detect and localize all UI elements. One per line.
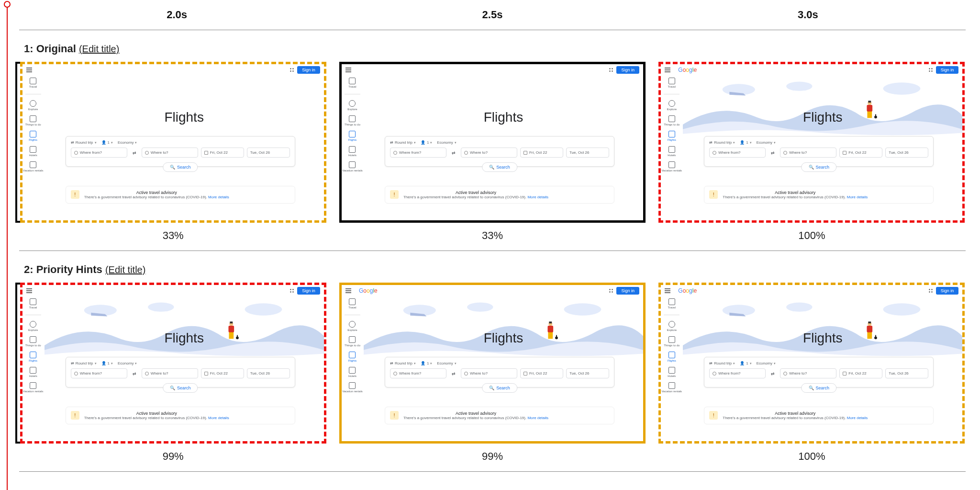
date-return[interactable]: Tue, Oct 26 <box>566 148 609 158</box>
sidebar-item-hotels[interactable]: Hotels <box>661 146 682 157</box>
cabin-select[interactable]: Economy <box>437 140 456 145</box>
edit-title-link[interactable]: (Edit title) <box>79 44 119 54</box>
sidebar-item-hotels[interactable]: Hotels <box>342 146 363 157</box>
menu-icon[interactable] <box>345 288 351 293</box>
search-button[interactable]: 🔍 Search <box>163 162 198 172</box>
pax-select[interactable]: 👤 1 <box>740 361 751 365</box>
sidebar-item-explore[interactable]: Explore <box>661 100 682 111</box>
filmstrip-frame[interactable]: Google Sign in Travel Explore Things to … <box>339 62 646 223</box>
date-depart[interactable]: Fri, Oct 22 <box>520 368 563 378</box>
cabin-select[interactable]: Economy <box>757 140 776 145</box>
filmstrip-frame[interactable]: Google Sign in Travel Explore Things to … <box>20 62 326 223</box>
cabin-select[interactable]: Economy <box>437 361 456 365</box>
cabin-select[interactable]: Economy <box>757 361 776 365</box>
sidebar-item-flights[interactable]: Flights <box>342 352 363 362</box>
trip-type-select[interactable]: ⇄ Round trip <box>71 361 97 365</box>
swap-icon[interactable]: ⇄ <box>130 368 139 378</box>
trip-type-select[interactable]: ⇄ Round trip <box>709 361 735 365</box>
from-input[interactable]: Where from? <box>709 368 766 378</box>
sidebar-item-flights[interactable]: Flights <box>342 131 363 141</box>
apps-icon[interactable] <box>290 68 294 72</box>
menu-icon[interactable] <box>345 68 351 72</box>
sidebar-item-explore[interactable]: Explore <box>342 100 363 111</box>
sidebar-item-things[interactable]: Things to do <box>661 336 682 347</box>
sidebar-item-flights[interactable]: Flights <box>661 352 682 362</box>
sidebar-item-hotels[interactable]: Hotels <box>22 367 44 377</box>
apps-icon[interactable] <box>928 68 933 72</box>
sidebar-item-hotels[interactable]: Hotels <box>342 367 363 377</box>
sidebar-item-flights[interactable]: Flights <box>22 352 44 362</box>
edit-title-link[interactable]: (Edit title) <box>105 264 145 275</box>
signin-button[interactable]: Sign in <box>297 287 320 295</box>
menu-icon[interactable] <box>26 288 32 293</box>
menu-icon[interactable] <box>665 68 670 72</box>
sidebar-item-travel[interactable]: Travel <box>22 78 44 88</box>
to-input[interactable]: Where to? <box>461 368 517 378</box>
sidebar-item-flights[interactable]: Flights <box>22 131 44 141</box>
menu-icon[interactable] <box>26 68 32 72</box>
signin-button[interactable]: Sign in <box>936 287 959 295</box>
sidebar-item-rentals[interactable]: Vacation rentals <box>22 161 44 172</box>
swap-icon[interactable]: ⇄ <box>130 148 139 158</box>
search-button[interactable]: 🔍 Search <box>802 383 837 393</box>
trip-type-select[interactable]: ⇄ Round trip <box>71 140 97 145</box>
from-input[interactable]: Where from? <box>709 148 766 158</box>
sidebar-item-travel[interactable]: Travel <box>22 298 44 309</box>
advisory-link[interactable]: More details <box>208 195 229 199</box>
apps-icon[interactable] <box>290 288 294 293</box>
sidebar-item-rentals[interactable]: Vacation rentals <box>661 382 682 393</box>
advisory-link[interactable]: More details <box>208 416 229 420</box>
date-depart[interactable]: Fri, Oct 22 <box>201 148 244 158</box>
swap-icon[interactable]: ⇄ <box>449 148 458 158</box>
swap-icon[interactable]: ⇄ <box>449 368 458 378</box>
sidebar-item-explore[interactable]: Explore <box>22 100 44 111</box>
pax-select[interactable]: 👤 1 <box>421 361 432 365</box>
swap-icon[interactable]: ⇄ <box>768 368 777 378</box>
sidebar-item-things[interactable]: Things to do <box>342 336 363 347</box>
to-input[interactable]: Where to? <box>461 148 517 158</box>
apps-icon[interactable] <box>609 68 613 72</box>
sidebar-item-rentals[interactable]: Vacation rentals <box>342 382 363 393</box>
sidebar-item-things[interactable]: Things to do <box>22 336 44 347</box>
sidebar-item-explore[interactable]: Explore <box>342 321 363 331</box>
from-input[interactable]: Where from? <box>71 368 127 378</box>
sidebar-item-rentals[interactable]: Vacation rentals <box>22 382 44 393</box>
sidebar-item-things[interactable]: Things to do <box>342 115 363 126</box>
signin-button[interactable]: Sign in <box>936 66 959 74</box>
sidebar-item-hotels[interactable]: Hotels <box>661 367 682 377</box>
apps-icon[interactable] <box>609 288 613 293</box>
trip-type-select[interactable]: ⇄ Round trip <box>709 140 735 145</box>
date-return[interactable]: Tue, Oct 26 <box>885 148 928 158</box>
date-depart[interactable]: Fri, Oct 22 <box>839 368 882 378</box>
search-button[interactable]: 🔍 Search <box>482 162 517 172</box>
pax-select[interactable]: 👤 1 <box>101 140 113 145</box>
sidebar-item-things[interactable]: Things to do <box>22 115 44 126</box>
filmstrip-frame[interactable]: Google Sign in Travel Explore Things to … <box>658 62 965 223</box>
to-input[interactable]: Where to? <box>780 368 836 378</box>
signin-button[interactable]: Sign in <box>616 287 639 295</box>
advisory-link[interactable]: More details <box>527 195 548 199</box>
cabin-select[interactable]: Economy <box>118 140 137 145</box>
sidebar-item-things[interactable]: Things to do <box>661 115 682 126</box>
sidebar-item-rentals[interactable]: Vacation rentals <box>342 161 363 172</box>
sidebar-item-travel[interactable]: Travel <box>342 298 363 309</box>
to-input[interactable]: Where to? <box>780 148 836 158</box>
swap-icon[interactable]: ⇄ <box>768 148 777 158</box>
filmstrip-frame[interactable]: Google Sign in Travel Explore Things to … <box>20 283 326 444</box>
pax-select[interactable]: 👤 1 <box>740 140 751 145</box>
sidebar-item-travel[interactable]: Travel <box>661 298 682 309</box>
filmstrip-frame[interactable]: Google Sign in Travel Explore Things to … <box>339 283 646 444</box>
signin-button[interactable]: Sign in <box>616 66 639 74</box>
advisory-link[interactable]: More details <box>847 416 868 420</box>
apps-icon[interactable] <box>928 288 933 293</box>
filmstrip-frame[interactable]: Google Sign in Travel Explore Things to … <box>658 283 965 444</box>
sidebar-item-hotels[interactable]: Hotels <box>22 146 44 157</box>
sidebar-item-explore[interactable]: Explore <box>22 321 44 331</box>
search-button[interactable]: 🔍 Search <box>802 162 837 172</box>
from-input[interactable]: Where from? <box>71 148 127 158</box>
date-return[interactable]: Tue, Oct 26 <box>247 148 290 158</box>
pax-select[interactable]: 👤 1 <box>421 140 432 145</box>
sidebar-item-travel[interactable]: Travel <box>661 78 682 88</box>
trip-type-select[interactable]: ⇄ Round trip <box>390 361 416 365</box>
advisory-link[interactable]: More details <box>847 195 868 199</box>
